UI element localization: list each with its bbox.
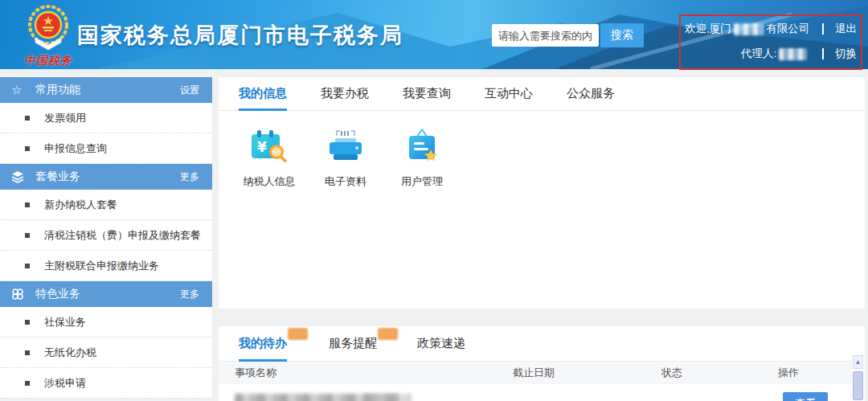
tab-my-todo[interactable]: 我的待办 xyxy=(239,326,287,362)
star-icon: ☆ xyxy=(11,83,29,97)
sidebar-item-label: 新办纳税人套餐 xyxy=(44,198,117,212)
todo-panel: 我的待办 服务提醒 政策速递 事项名称 截止日期 状态 操作 查看 ▲ xyxy=(219,326,865,401)
sidebar-item-declaration-info-query[interactable]: 申报信息查询 xyxy=(0,133,212,164)
scrollbar-up-arrow-icon[interactable]: ▲ xyxy=(853,355,863,369)
tab-query[interactable]: 我要查询 xyxy=(403,77,451,111)
taxpayer-info-icon: ¥ xyxy=(250,129,289,164)
main-tabbar: 我的信息 我要办税 我要查询 互动中心 公众服务 xyxy=(219,77,865,111)
sidebar-item-invoice-collection[interactable]: 发票领用 xyxy=(0,103,212,133)
col-deadline: 截止日期 xyxy=(513,366,661,380)
divider xyxy=(822,48,824,59)
search-button[interactable]: 搜索 xyxy=(600,23,644,47)
col-operation: 操作 xyxy=(778,366,852,380)
sidebar-item-joint-declaration[interactable]: 主附税联合申报缴纳业务 xyxy=(0,251,212,281)
tab-service-reminder[interactable]: 服务提醒 xyxy=(329,326,377,362)
shortcut-grid: ¥ 纳税人信息 电子资料 xyxy=(219,111,865,189)
tab-public-services[interactable]: 公众服务 xyxy=(567,77,615,111)
sidebar-item-label: 发票领用 xyxy=(44,111,86,125)
more-link[interactable]: 更多 xyxy=(180,288,199,301)
sidebar-item-label: 涉税申请 xyxy=(44,376,86,391)
tab-tax-handling[interactable]: 我要办税 xyxy=(321,77,369,111)
redacted-company-name xyxy=(734,23,764,35)
bullet-icon xyxy=(25,264,30,268)
search-input[interactable] xyxy=(492,24,599,47)
layers-icon xyxy=(11,170,29,183)
redacted-agent-name xyxy=(779,48,806,60)
section-title: 特色业务 xyxy=(35,287,80,301)
bullet-icon xyxy=(25,116,30,121)
sidebar-item-label: 社保业务 xyxy=(44,315,86,329)
sidebar-item-new-taxpayer-package[interactable]: 新办纳税人套餐 xyxy=(0,190,212,220)
more-link[interactable]: 更多 xyxy=(180,170,199,184)
shortcut-label: 电子资料 xyxy=(314,174,377,189)
sidebar-item-label: 主附税联合申报缴纳业务 xyxy=(44,259,159,273)
reminder-count-badge xyxy=(378,328,398,340)
tab-interaction-center[interactable]: 互动中心 xyxy=(485,77,533,111)
shortcut-user-management[interactable]: 用户管理 xyxy=(391,129,453,189)
bullet-icon xyxy=(25,350,30,355)
todo-count-badge xyxy=(288,328,308,340)
bullet-icon xyxy=(25,203,30,207)
tab-label: 政策速递 xyxy=(417,336,465,350)
tax-emblem-icon xyxy=(23,2,74,52)
sidebar-item-paperless-tax[interactable]: 无纸化办税 xyxy=(0,338,212,368)
bullet-icon xyxy=(25,320,30,325)
logo-caption: 中国税务 xyxy=(14,54,82,68)
shortcut-electronic-documents[interactable]: 电子资料 xyxy=(314,129,377,189)
todo-table-header: 事项名称 截止日期 状态 操作 xyxy=(219,362,852,384)
user-management-icon xyxy=(403,129,441,164)
todo-tabbar: 我的待办 服务提醒 政策速递 xyxy=(219,326,865,362)
section-title: 套餐业务 xyxy=(35,170,80,184)
tab-my-info[interactable]: 我的信息 xyxy=(239,77,287,111)
sidebar: ☆ 常用功能 设置 发票领用 申报信息查询 套餐业务 更多 新办纳税人套餐 清税… xyxy=(0,77,212,399)
sidebar-section-package-services: 套餐业务 更多 xyxy=(0,164,212,190)
bullet-icon xyxy=(25,233,30,238)
svg-text:¥: ¥ xyxy=(257,139,267,155)
sidebar-section-common-functions: ☆ 常用功能 设置 xyxy=(0,77,212,103)
switch-user-link[interactable]: 切换 xyxy=(835,47,857,61)
tab-label: 服务提醒 xyxy=(329,336,377,350)
apps-icon xyxy=(11,288,29,301)
col-item-name: 事项名称 xyxy=(235,366,513,380)
scrollbar-thumb[interactable] xyxy=(853,371,863,400)
electronic-documents-icon xyxy=(326,129,365,164)
company-suffix: 有限公司 xyxy=(766,22,809,36)
sidebar-item-tax-clearance-package[interactable]: 清税注销税（费）申报及缴纳套餐 xyxy=(0,220,212,251)
section-title: 常用功能 xyxy=(35,83,80,97)
agent-label: 代理人: xyxy=(741,47,776,61)
divider xyxy=(822,23,824,35)
view-button[interactable]: 查看 xyxy=(783,392,828,401)
col-status: 状态 xyxy=(661,366,778,380)
tab-policy-express[interactable]: 政策速递 xyxy=(417,326,465,362)
bullet-icon xyxy=(25,146,30,151)
sidebar-item-label: 申报信息查询 xyxy=(44,141,107,156)
shortcut-taxpayer-info[interactable]: ¥ 纳税人信息 xyxy=(238,129,301,189)
sidebar-item-tax-related-application[interactable]: 涉税申请 xyxy=(0,368,212,399)
todo-table-row: 查看 xyxy=(219,384,852,401)
welcome-line: 欢迎,厦门 有限公司 退出 xyxy=(685,21,857,37)
logout-link[interactable]: 退出 xyxy=(835,22,857,36)
tab-label: 我的待办 xyxy=(239,336,287,350)
agent-line: 代理人: 切换 xyxy=(685,46,857,62)
main-panel: 我的信息 我要办税 我要查询 互动中心 公众服务 ¥ 纳税人信息 xyxy=(219,77,865,309)
top-banner: 中国税务 国家税务总局厦门市电子税务局 搜索 欢迎,厦门 有限公司 退出 代理人… xyxy=(0,0,868,69)
user-info: 欢迎,厦门 有限公司 退出 代理人: 切换 xyxy=(685,21,857,69)
site-title: 国家税务总局厦门市电子税务局 xyxy=(77,21,403,50)
tax-bureau-logo: 中国税务 xyxy=(14,2,82,68)
settings-link[interactable]: 设置 xyxy=(180,84,199,97)
sidebar-item-label: 无纸化办税 xyxy=(44,346,96,360)
redacted-item-name-tail xyxy=(363,394,411,401)
bullet-icon xyxy=(25,381,30,386)
welcome-prefix: 欢迎,厦门 xyxy=(685,22,731,36)
sidebar-item-social-security[interactable]: 社保业务 xyxy=(0,307,212,338)
shortcut-label: 用户管理 xyxy=(391,174,453,189)
shortcut-label: 纳税人信息 xyxy=(238,174,301,189)
sidebar-section-special-services: 特色业务 更多 xyxy=(0,281,212,307)
vertical-scrollbar[interactable]: ▲ xyxy=(853,355,863,401)
sidebar-item-label: 清税注销税（费）申报及缴纳套餐 xyxy=(44,228,201,243)
